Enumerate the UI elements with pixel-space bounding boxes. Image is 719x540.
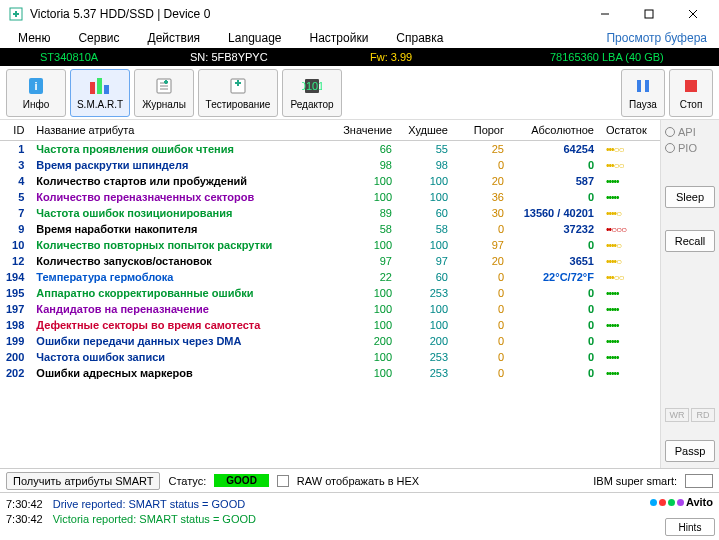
stop-button[interactable]: Стоп (669, 69, 713, 117)
tab-info[interactable]: iИнфо (6, 69, 66, 117)
menu-settings[interactable]: Настройки (296, 29, 383, 47)
watermark: Avito (650, 496, 713, 508)
svg-text:i: i (34, 80, 37, 92)
maximize-button[interactable] (627, 0, 671, 28)
col-abs[interactable]: Абсолютное (510, 120, 600, 141)
menu-viewbuffer[interactable]: Просмотр буфера (606, 31, 715, 45)
device-serial: SN: 5FB8YPYC (190, 51, 370, 63)
svg-rect-6 (104, 85, 109, 94)
device-model: ST340810A (0, 51, 190, 63)
table-row[interactable]: 10Количество повторных попыток раскрутки… (0, 237, 660, 253)
radio-api[interactable]: API (665, 126, 715, 138)
rd-button[interactable]: RD (691, 408, 715, 422)
pause-icon (634, 75, 652, 97)
svg-rect-4 (90, 82, 95, 94)
hints-button[interactable]: Hints (665, 518, 715, 536)
table-row[interactable]: 198Дефектные секторы во время самотеста1… (0, 317, 660, 333)
table-row[interactable]: 199Ошибки передачи данных через DMA20020… (0, 333, 660, 349)
get-smart-button[interactable]: Получить атрибуты SMART (6, 472, 160, 490)
smart-table: ID Название атрибута Значение Худшее Пор… (0, 120, 660, 381)
table-row[interactable]: 4Количество стартов или пробуждений10010… (0, 173, 660, 189)
journal-icon (154, 75, 174, 97)
table-row[interactable]: 202Ошибки адресных маркеров10025300••••• (0, 365, 660, 381)
radio-pio[interactable]: PIO (665, 142, 715, 154)
rawhex-label: RAW отображать в HEX (297, 475, 419, 487)
table-row[interactable]: 3Время раскрутки шпинделя989800•••○○ (0, 157, 660, 173)
stop-icon (682, 75, 700, 97)
rawhex-checkbox[interactable] (277, 475, 289, 487)
svg-rect-1 (645, 10, 653, 18)
app-icon (8, 6, 24, 22)
col-id[interactable]: ID (0, 120, 30, 141)
table-row[interactable]: 197Кандидатов на переназначение10010000•… (0, 301, 660, 317)
table-row[interactable]: 7Частота ошибок позиционирования89603013… (0, 205, 660, 221)
tab-smart[interactable]: S.M.A.R.T (70, 69, 130, 117)
menu-service[interactable]: Сервис (64, 29, 133, 47)
menu-language[interactable]: Language (214, 29, 295, 47)
table-row[interactable]: 9Время наработки накопителя5858037232••○… (0, 221, 660, 237)
device-firmware: Fw: 3.99 (370, 51, 550, 63)
table-row[interactable]: 12Количество запусков/остановок979720365… (0, 253, 660, 269)
svg-rect-12 (645, 80, 649, 92)
recall-button[interactable]: Recall (665, 230, 715, 252)
col-name[interactable]: Название атрибута (30, 120, 337, 141)
pause-button[interactable]: Пауза (621, 69, 665, 117)
svg-rect-13 (685, 80, 697, 92)
minimize-button[interactable] (583, 0, 627, 28)
tab-editor[interactable]: 0101Редактор (282, 69, 342, 117)
smart-icon (88, 75, 112, 97)
tab-logs[interactable]: Журналы (134, 69, 194, 117)
supersmart-label: IBM super smart: (593, 475, 677, 487)
wr-button[interactable]: WR (665, 408, 689, 422)
table-row[interactable]: 5Количество переназначенных секторов1001… (0, 189, 660, 205)
table-row[interactable]: 195Аппаратно скорректированные ошибки100… (0, 285, 660, 301)
col-val[interactable]: Значение (337, 120, 398, 141)
sleep-button[interactable]: Sleep (665, 186, 715, 208)
col-thresh[interactable]: Порог (454, 120, 510, 141)
tab-test[interactable]: Тестирование (198, 69, 278, 117)
table-row[interactable]: 194Температура гермоблока2260022°C/72°F•… (0, 269, 660, 285)
table-row[interactable]: 200Частота ошибок записи10025300••••• (0, 349, 660, 365)
device-lba: 78165360 LBA (40 GB) (550, 51, 664, 63)
svg-rect-5 (97, 78, 102, 94)
col-rem[interactable]: Остаток (600, 120, 660, 141)
device-info-bar: ST340810A SN: 5FB8YPYC Fw: 3.99 78165360… (0, 48, 719, 66)
supersmart-value (685, 474, 713, 488)
svg-rect-11 (637, 80, 641, 92)
status-label: Статус: (168, 475, 206, 487)
menu-actions[interactable]: Действия (134, 29, 215, 47)
status-badge: GOOD (214, 474, 269, 487)
table-row[interactable]: 1Частота проявления ошибок чтения6655256… (0, 141, 660, 158)
editor-icon: 0101 (302, 75, 322, 97)
info-icon: i (26, 75, 46, 97)
test-icon (228, 75, 248, 97)
svg-text:0101: 0101 (302, 80, 322, 92)
close-button[interactable] (671, 0, 715, 28)
window-title: Victoria 5.37 HDD/SSD | Device 0 (30, 7, 583, 21)
menu-help[interactable]: Справка (382, 29, 457, 47)
col-worst[interactable]: Худшее (398, 120, 454, 141)
menu-main[interactable]: Меню (4, 29, 64, 47)
passp-button[interactable]: Passp (665, 440, 715, 462)
log-panel: 7:30:42Drive reported: SMART status = GO… (0, 493, 661, 540)
